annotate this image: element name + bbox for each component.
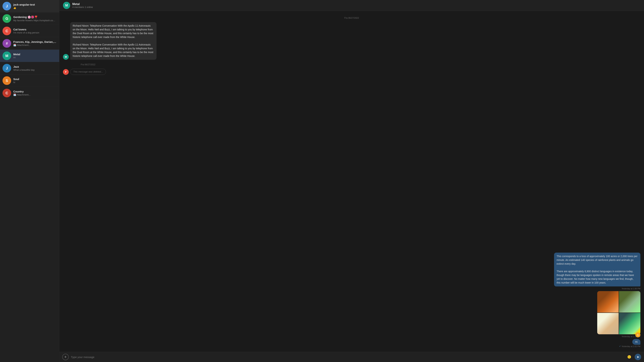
- avatar-gerdening: G: [2, 14, 11, 23]
- send-button[interactable]: ➤: [635, 354, 641, 360]
- message-row-incoming-2: F Fra 06/27/2022 This message was delete…: [63, 61, 640, 75]
- header-info: Metal 4 members 1 online: [72, 2, 93, 8]
- sidebar-item-cat-lovers[interactable]: C Cat lovers I'm more of a dog person: [0, 25, 59, 37]
- message-avatar-f: F: [63, 69, 69, 75]
- chat-name-metal: Metal: [13, 53, 57, 56]
- chat-preview-gerdening: My favorite flowers https://unsplash.com…: [13, 19, 57, 22]
- chat-preview-country: 🗓️ Attachment...: [13, 94, 57, 96]
- header-name: Metal: [72, 2, 93, 6]
- sidebar-item-soul[interactable]: S Soul hi: [0, 74, 59, 87]
- chat-name-soul: Soul: [13, 78, 57, 80]
- chat-preview-jazz: What a beautiful day: [13, 68, 57, 71]
- chat-preview-frances-group: 🗓️ Attachment...: [13, 44, 57, 46]
- message-input[interactable]: [71, 356, 624, 358]
- message-deleted: This message was deleted...: [70, 69, 106, 75]
- chat-header: M Metal 4 members 1 online: [59, 0, 644, 11]
- sidebar-item-jack-angular-test[interactable]: J jack-angular-test 👍: [0, 0, 59, 12]
- photo-cell-2: [619, 291, 640, 312]
- outgoing-group: This corresponds to a loss of approximat…: [554, 252, 640, 290]
- photo-cell-4: [619, 313, 640, 334]
- chat-info-metal: Metal Hi: [13, 53, 57, 59]
- chat-name-cat-lovers: Cat lovers: [13, 28, 57, 31]
- sidebar-item-jazz[interactable]: J Jazz What a beautiful day: [0, 62, 59, 74]
- chat-preview-cat-lovers: I'm more of a dog person: [13, 31, 57, 34]
- message-group-f: Fra 06/27/2022 This message was deleted.…: [70, 61, 106, 75]
- spacer: [63, 76, 640, 252]
- message-bubble-incoming-1: Richard Nixon: Telephone Conversation Wi…: [70, 22, 156, 60]
- chat-name-country: Country: [13, 90, 57, 93]
- chat-name-frances-group: Frances, Kip, Jennings, Darian, Ardella …: [13, 40, 57, 43]
- date-divider-1: Fra 06/27/2022: [63, 17, 640, 19]
- message-row-incoming-1: M Richard Nixon: Telephone Conversation …: [63, 22, 640, 60]
- photo-cell-3: [597, 313, 619, 334]
- chat-name-gerdening: Gerdening 🌸🌺❣️: [13, 16, 57, 19]
- avatar-frances-group: #: [2, 39, 11, 48]
- sidebar: J jack-angular-test 👍 G Gerdening 🌸🌺❣️ M…: [0, 0, 59, 362]
- chat-preview-metal: Hi: [13, 56, 57, 59]
- message-time-outgoing-1: Yesterday at 1:06 PM: [622, 288, 640, 290]
- hi-bubble: Hi: [632, 339, 640, 345]
- chat-info-country: Country 🗓️ Attachment...: [13, 90, 57, 96]
- messages-area: Fra 06/27/2022 M Richard Nixon: Telephon…: [59, 11, 644, 352]
- header-avatar: M: [63, 2, 70, 9]
- message-row-photos: Yesterday at 1:18 PM: [63, 291, 640, 338]
- message-avatar-m: M: [63, 54, 69, 60]
- avatar-soul: S: [2, 76, 11, 85]
- chat-info-jazz: Jazz What a beautiful day: [13, 65, 57, 71]
- checkmark-icon: ✓: [619, 345, 621, 348]
- sidebar-item-gerdening[interactable]: G Gerdening 🌸🌺❣️ My favorite flowers htt…: [0, 12, 59, 25]
- scroll-badge[interactable]: 1: [635, 332, 640, 337]
- sidebar-item-country[interactable]: C Country 🗓️ Attachment...: [0, 87, 59, 99]
- avatar-cat-lovers: C: [2, 27, 11, 35]
- photo-grid: [597, 291, 640, 334]
- photo-cell-1: [597, 291, 619, 312]
- header-status: 4 members 1 online: [72, 6, 93, 8]
- date-divider-2: Fra 06/27/2022: [70, 63, 106, 66]
- chat-preview-jack-angular-test: 👍: [13, 6, 57, 9]
- chat-info-cat-lovers: Cat lovers I'm more of a dog person: [13, 28, 57, 34]
- message-row-hi: Hi ✓ Yesterday at 2:02 PM: [63, 339, 640, 348]
- photos-group: Yesterday at 1:18 PM: [597, 291, 640, 338]
- chat-info-frances-group: Frances, Kip, Jennings, Darian, Ardella …: [13, 40, 57, 46]
- message-bubble-outgoing-1: This corresponds to a loss of approximat…: [554, 252, 640, 286]
- chat-name-jazz: Jazz: [13, 65, 57, 68]
- main-chat: M Metal 4 members 1 online Fra 06/27/202…: [59, 0, 644, 362]
- chat-name-jack-angular-test: jack-angular-test: [13, 3, 57, 6]
- emoji-button[interactable]: 🙂: [626, 354, 632, 360]
- messages-container: Fra 06/27/2022 M Richard Nixon: Telephon…: [59, 11, 644, 352]
- avatar-metal: M: [2, 52, 11, 60]
- chat-info-jack-angular-test: jack-angular-test 👍: [13, 3, 57, 9]
- chat-preview-soul: hi: [13, 81, 57, 84]
- add-attachment-button[interactable]: +: [62, 354, 69, 360]
- message-time-hi: ✓ Yesterday at 2:02 PM: [619, 345, 640, 348]
- chat-info-gerdening: Gerdening 🌸🌺❣️ My favorite flowers https…: [13, 16, 57, 22]
- avatar-country: C: [2, 89, 11, 97]
- message-row-outgoing-1: This corresponds to a loss of approximat…: [63, 252, 640, 290]
- hi-bubble-wrap: Hi ✓ Yesterday at 2:02 PM: [619, 339, 640, 348]
- sidebar-item-metal[interactable]: M Metal Hi: [0, 50, 59, 62]
- avatar-jack-angular-test: J: [2, 2, 11, 10]
- input-area: + 🙂 ➤: [59, 352, 644, 362]
- chat-info-soul: Soul hi: [13, 78, 57, 84]
- avatar-jazz: J: [2, 64, 11, 72]
- sidebar-item-frances-group[interactable]: # Frances, Kip, Jennings, Darian, Ardell…: [0, 37, 59, 50]
